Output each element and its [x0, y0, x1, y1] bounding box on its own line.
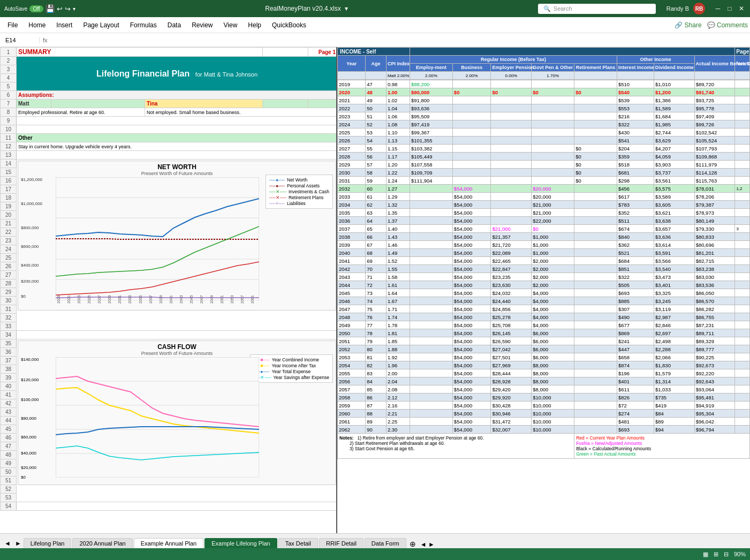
- income-data-row: 2054821.96 $54,000$27,969$8,000 $874$1,8…: [338, 361, 750, 369]
- tab-rrif-detail[interactable]: RRIF Detail: [319, 538, 363, 548]
- income-data-row: 2030581.22 $109,709$0 $681$3,737$114,128: [338, 169, 750, 177]
- tab-data-form[interactable]: Data Form: [365, 538, 406, 548]
- menu-file[interactable]: File: [2, 19, 23, 31]
- tab-example-annual[interactable]: Example Annual Plan: [134, 538, 204, 548]
- add-sheet-button[interactable]: ⊕: [410, 540, 416, 548]
- comments-button[interactable]: 💬 Comments: [707, 21, 748, 29]
- income-data-row: 2058862.12 $54,000$29,920$10,000 $826$73…: [338, 393, 750, 402]
- regular-income-header: Regular Income (Before Tax): [410, 56, 617, 64]
- tina-desc: Not employed. Small home based business.: [145, 108, 338, 117]
- menu-home[interactable]: Home: [23, 19, 51, 31]
- income-data-row: 2057852.08 $54,000$29,420$8,000 $611$1,0…: [338, 385, 750, 393]
- close-button[interactable]: ✕: [737, 4, 746, 13]
- save-icon[interactable]: 💾: [46, 4, 55, 13]
- income-section-header: INCOME - Self: [338, 48, 410, 56]
- income-data-row: 2047751.71 $54,000$24,856$4,000 $307$3,1…: [338, 305, 750, 313]
- income-data-row: 2045731.64 $54,000$24,032$4,000 $693$3,3…: [338, 289, 750, 297]
- menu-formulas[interactable]: Formulas: [125, 19, 162, 31]
- summary-section: 1 SUMMARY Page 1 2 Lifelong Financial Pl…: [0, 47, 337, 534]
- income-data-row: 2035631.35 $54,000$21,000 $352$3,621$78,…: [338, 209, 750, 217]
- menu-insert[interactable]: Insert: [51, 19, 78, 31]
- income-data-row: 2020 48 1.00 $90,000 $0 $0 $0 $0 $540 $1…: [338, 88, 750, 96]
- user-name: Randy B: [666, 5, 689, 12]
- main-area: 1 SUMMARY Page 1 2 Lifelong Financial Pl…: [0, 47, 750, 534]
- income-data-row: 2049771.78 $54,000$25,708$4,000 $677$2,8…: [338, 321, 750, 329]
- x-axis-labels: 2019 2021 2023 2025 2027 2029 2031 2033 …: [56, 297, 259, 307]
- col-year: Year: [338, 56, 366, 72]
- share-button[interactable]: 🔗 Share: [675, 21, 701, 29]
- tab-scroll-left[interactable]: ◄: [2, 539, 13, 548]
- matt-label: Matt: [17, 100, 51, 108]
- col-header-row: Year Age CPI Index Regular Income (Befor…: [338, 56, 750, 64]
- cashflow-title: CASH FLOW: [18, 341, 336, 351]
- menu-data[interactable]: Data: [162, 19, 186, 31]
- col-dividend: Dividend Income: [654, 64, 694, 72]
- tab-2020-annual[interactable]: 2020 Annual Plan: [72, 538, 132, 548]
- table-row: 1 SUMMARY Page 1: [1, 48, 338, 57]
- menu-help[interactable]: Help: [243, 19, 267, 31]
- menu-page-layout[interactable]: Page Layout: [78, 19, 124, 31]
- income-data-row: 2023511.06 $95,509 $216$1,684$97,409: [338, 112, 750, 120]
- col-ret: Retirement Plans: [574, 64, 617, 72]
- user-avatar: RB: [693, 3, 705, 14]
- income-data-row: 2032601.27 $54,000$20,000 $456$3,575$78,…: [338, 185, 750, 193]
- other-desc: Stay in current home. Upgrade vehicle ev…: [17, 142, 338, 151]
- row-num: 1: [1, 48, 17, 57]
- tab-lifelong-plan[interactable]: Lifelong Plan: [24, 538, 72, 548]
- income-data-row: 2026541.13 $101,355 $541$3,629$105,524: [338, 137, 750, 145]
- summary-header: SUMMARY: [17, 48, 263, 57]
- tina-label: Tina: [145, 100, 263, 108]
- income-data-row: 2028561.17 $105,449$0 $359$4,059$109,868: [338, 153, 750, 161]
- col-employ: Employ-ment: [410, 64, 453, 72]
- income-section: INCOME - Self Page 2 Year Age CPI Index …: [337, 47, 750, 534]
- income-data-row: 2019470.98 $88,200 $510$1,010$89,720: [338, 80, 750, 88]
- income-data-row: 2036641.37 $54,000$22,000 $511$3,638$80,…: [338, 217, 750, 225]
- sheet-tabs: ◄ ► Lifelong Plan 2020 Annual Plan Examp…: [0, 533, 750, 548]
- status-bar: ▦ ⊞ ⊟ 90%: [0, 548, 750, 560]
- svg-rect-7: [56, 357, 259, 478]
- redo-icon[interactable]: ↪: [65, 5, 71, 13]
- table-row: 2 Lifelong Financial Plan for Matt & Tin…: [1, 57, 338, 65]
- search-box[interactable]: 🔍 Search: [538, 4, 656, 14]
- table-row: 14 NET WORTH Present Worth of Future Amo…: [1, 160, 338, 168]
- menu-view[interactable]: View: [218, 19, 243, 31]
- table-row: 11 Other: [1, 134, 338, 142]
- tab-scroll-right[interactable]: ►: [13, 539, 24, 548]
- menu-quickbooks[interactable]: QuickBooks: [267, 19, 312, 31]
- view-layout[interactable]: ⊞: [714, 551, 718, 558]
- menu-review[interactable]: Review: [186, 19, 218, 31]
- assumptions-label: Assumptions:: [17, 91, 338, 100]
- search-icon: 🔍: [543, 5, 551, 12]
- minimize-button[interactable]: ─: [714, 4, 722, 13]
- view-normal[interactable]: ▦: [703, 551, 708, 558]
- income-data-row: 2050781.81 $54,000$26,145$6,000 $869$2,6…: [338, 329, 750, 337]
- app-title: RealMoneyPlan v20.4.xlsx ▾: [75, 5, 538, 12]
- income-data-row: 2046741.67 $54,000$24,440$4,000 $885$3,2…: [338, 297, 750, 305]
- income-data-row: 2056842.04 $54,000$28,928$8,000 $401$1,3…: [338, 377, 750, 385]
- cell-reference[interactable]: E14: [2, 37, 40, 43]
- income-data-row: 2051791.85 $54,000$26,590$6,000 $241$2,4…: [338, 337, 750, 345]
- maximize-button[interactable]: □: [725, 4, 734, 13]
- cashflow-legend: ──■──Year Combined Income ──■──Year Inco…: [250, 354, 333, 383]
- col-biz: Business: [452, 64, 491, 72]
- income-data-row: 2053811.92 $54,000$27,501$6,000 $658$2,0…: [338, 353, 750, 361]
- chart-legend: ──●──Net Worth ──●──Personal Assets ──✕─…: [266, 175, 333, 209]
- income-data-row: 2021491.02 $91,800 $539$1,386$93,725: [338, 96, 750, 104]
- search-label: Search: [554, 5, 572, 12]
- plan-title: Lifelong Financial Plan for Matt & Tina …: [17, 57, 338, 91]
- autosave-toggle[interactable]: Off: [29, 5, 43, 12]
- undo-icon[interactable]: ↩: [57, 5, 63, 13]
- income-data-table: 2019470.98 $88,200 $510$1,010$89,720 202…: [337, 80, 750, 459]
- formula-bar: E14 fx: [0, 33, 750, 47]
- income-data-row: 2039671.46 $54,000$21,720$1,000 $362$3,6…: [338, 241, 750, 249]
- tab-tax-detail[interactable]: Tax Detail: [278, 538, 318, 548]
- income-data-row: 2031591.24 $111,904$0 $298$3,561$115,763: [338, 177, 750, 185]
- income-table: INCOME - Self Page 2 Year Age CPI Index …: [337, 47, 750, 80]
- view-page-break[interactable]: ⊟: [724, 551, 729, 558]
- tab-example-lifelong[interactable]: Example Lifelong Plan: [204, 538, 277, 548]
- col-actual: Actual Income Before Tax: [694, 56, 735, 72]
- table-row: 6 Assumptions:: [1, 91, 338, 100]
- right-actions: 🔗 Share 💬 Comments: [675, 21, 748, 29]
- window-controls[interactable]: ─ □ ✕: [714, 4, 746, 13]
- table-row: 8 Employed professional. Retire at age 6…: [1, 108, 338, 117]
